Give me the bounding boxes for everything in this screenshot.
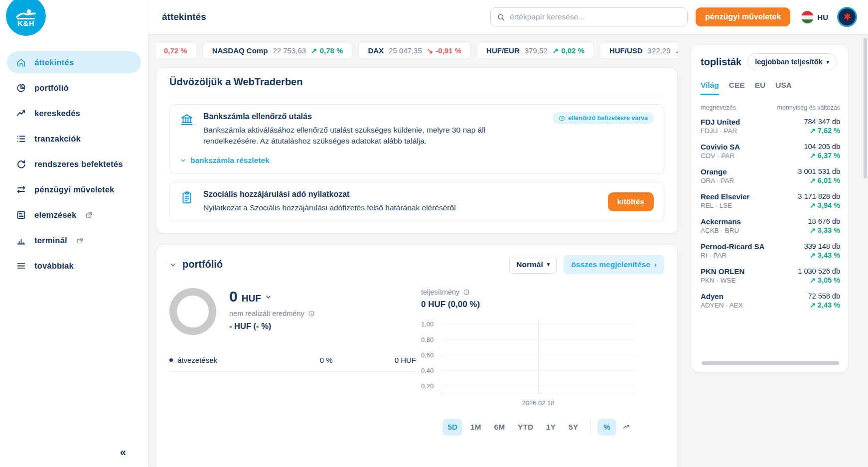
list-icon <box>16 134 26 144</box>
external-link-icon <box>85 211 93 219</box>
kh-logo[interactable]: K&H <box>6 0 46 36</box>
toplist-row[interactable]: Reed Elsevier REL · LSE 3 171 828 db ↗ 3… <box>701 192 840 209</box>
external-link-icon <box>76 237 84 244</box>
fill-out-button[interactable]: kitöltés <box>608 192 654 211</box>
horizontal-scrollbar[interactable] <box>702 361 839 365</box>
kh-logo-figure-icon <box>16 9 36 20</box>
chart-gridline: 1,00 <box>421 316 635 332</box>
main-area: áttekintés pénzügyi műveletek HU 0,72 % … <box>148 0 868 467</box>
toplist-tab-cee[interactable]: CEE <box>729 81 745 95</box>
legend-row-transfers[interactable]: átvezetések 0 % 0 HUF <box>169 356 421 364</box>
chart-grid: 1,00 0,80 0,60 0,40 0,20 <box>421 316 635 394</box>
toplist-filter-dropdown[interactable]: legjobban teljesítők ▾ <box>747 53 837 70</box>
hungary-flag-icon <box>801 11 814 23</box>
avatar[interactable] <box>837 7 857 27</box>
toplist-row[interactable]: Covivio SA COV · PAR 104 205 db ↗ 6,37 % <box>701 143 840 159</box>
sidebar-item-kereskedés[interactable]: kereskedés <box>7 102 141 124</box>
y-axis-tick: 0,40 <box>421 367 441 374</box>
toplist-row[interactable]: FDJ United FDJU · PAR 784 347 db ↗ 7,62 … <box>701 118 840 135</box>
market-ticker-chip[interactable]: HUF/USD 322,29 ↗0,1 % <box>600 42 678 59</box>
bar-chart-icon <box>16 235 26 246</box>
tax-declaration-notice: Szociális hozzájárulási adó nyilatkozat … <box>169 182 664 222</box>
sidebar-item-portfólió[interactable]: portfólió <box>7 77 141 99</box>
trend-arrow-icon: ↗ <box>675 46 678 55</box>
menu-icon <box>16 261 26 271</box>
range-button-5y[interactable]: 5Y <box>564 419 583 436</box>
search-input[interactable] <box>510 12 681 21</box>
sidebar-item-terminál[interactable]: terminál <box>7 229 141 251</box>
notice-title: Szociális hozzájárulási adó nyilatkozat <box>203 190 599 199</box>
view-mode-dropdown[interactable]: Normál ▾ <box>509 256 557 274</box>
range-button-6m[interactable]: 6M <box>489 419 510 436</box>
chart-gridline: 0,40 <box>421 363 635 378</box>
info-icon[interactable] <box>463 289 470 296</box>
chart-gridline: 0,20 <box>421 378 635 394</box>
performance-label: teljesítmény <box>421 288 459 296</box>
range-button-1m[interactable]: 1M <box>465 419 486 436</box>
security-search[interactable] <box>490 7 688 26</box>
trend-arrow-icon: ↗ <box>553 46 559 55</box>
chevron-down-icon <box>265 294 272 300</box>
market-ticker: 0,72 % NASDAQ Comp 22 753,63 ↗0,78 % DAX… <box>156 42 678 59</box>
toplist-tab-világ[interactable]: Világ <box>701 81 719 95</box>
info-icon[interactable] <box>308 310 315 317</box>
range-button-5d[interactable]: 5D <box>442 419 462 436</box>
toplist-row[interactable]: PKN ORLEN PKN · WSE 1 030 526 db ↗ 3,05 … <box>701 267 840 284</box>
total-value-dropdown[interactable]: 0 HUF <box>229 288 315 305</box>
trend-arrow-icon: ↘ <box>427 46 434 55</box>
toplist-row[interactable]: Adyen ADYEN · AEX 72 558 db ↗ 2,43 % <box>701 292 840 309</box>
sidebar-item-továbbiak[interactable]: továbbiak <box>7 255 141 277</box>
trend-arrow-icon: ↗ <box>311 46 317 55</box>
market-ticker-chip[interactable]: DAX 25 047,35 ↘-0,91 % <box>358 42 471 59</box>
notice-title: Bankszámla ellenőrző utalás <box>203 112 544 121</box>
trend-up-arrow-icon: ↗ <box>810 301 816 309</box>
sidebar-item-rendszeres-befektetés[interactable]: rendszeres befektetés <box>7 153 141 175</box>
y-axis-tick: 0,60 <box>421 351 441 359</box>
divider <box>169 371 416 372</box>
search-icon <box>497 13 505 21</box>
language-selector[interactable]: HU <box>801 11 828 23</box>
chart-gridline: 0,80 <box>421 332 635 347</box>
y-axis-tick: 0,80 <box>421 336 441 343</box>
range-button-ytd[interactable]: YTD <box>513 419 538 436</box>
caret-down-icon: ▾ <box>547 261 550 268</box>
bank-icon <box>180 113 195 128</box>
trend-icon <box>16 108 26 119</box>
financial-operations-button[interactable]: pénzügyi műveletek <box>696 7 790 26</box>
chevron-down-icon <box>169 261 176 268</box>
toplist-row[interactable]: Orange ORA · PAR 3 001 531 db ↗ 6,01 % <box>701 167 840 184</box>
portfolio-title: portfólió <box>182 259 223 270</box>
webtrader-app: K&H áttekintés portfólió kereskedés tran… <box>0 0 868 467</box>
welcome-card: Üdvözöljük a WebTraderben Bankszámla ell… <box>156 67 678 234</box>
page-scrollbar[interactable] <box>864 38 867 178</box>
portfolio-section-toggle[interactable]: portfólió <box>169 259 223 270</box>
bank-details-link[interactable]: bankszámla részletek <box>180 156 270 165</box>
allocation-donut-chart <box>169 288 216 335</box>
performance-value: 0 HUF (0,00 %) <box>421 300 635 310</box>
recurring-icon <box>16 159 26 169</box>
toplist-row[interactable]: Ackermans ACKB · BRU 18 676 db ↗ 3,33 % <box>701 217 840 234</box>
market-ticker-chip[interactable]: NASDAQ Comp 22 753,63 ↗0,78 % <box>203 42 353 59</box>
sidebar-item-áttekintés[interactable]: áttekintés <box>7 51 141 73</box>
range-button-1y[interactable]: 1Y <box>541 419 561 436</box>
language-code: HU <box>817 13 828 21</box>
pie-chart-icon <box>16 83 26 93</box>
home-icon <box>16 57 26 68</box>
sidebar-item-elemzések[interactable]: elemzések <box>7 204 141 226</box>
market-ticker-chip[interactable]: HUF/EUR 379,52 ↗0,02 % <box>477 42 594 59</box>
market-ticker-chip[interactable]: 0,72 % <box>156 42 197 59</box>
sidebar-collapse-button[interactable]: « <box>120 446 126 459</box>
toplist-tab-usa[interactable]: USA <box>775 81 792 95</box>
trend-up-arrow-icon: ↗ <box>810 152 816 159</box>
percent-toggle-button[interactable]: % <box>597 419 616 436</box>
topbar: áttekintés pénzügyi műveletek HU <box>148 0 868 34</box>
toplist-row[interactable]: Pernod-Ricard SA RI · PAR 339 148 db ↗ 3… <box>701 242 840 259</box>
transfer-icon <box>16 184 26 195</box>
sidebar-item-tranzakciók[interactable]: tranzakciók <box>7 128 141 150</box>
toplist-tab-eu[interactable]: EU <box>755 81 766 95</box>
page-title: áttekintés <box>162 11 206 22</box>
sidebar-item-pénzügyi-műveletek[interactable]: pénzügyi műveletek <box>7 178 141 200</box>
show-all-button[interactable]: összes megjelenítése › <box>564 255 664 274</box>
notice-body: Bankszámla aktiválásához ellenőrző utalá… <box>203 125 512 147</box>
line-chart-toggle-button[interactable] <box>619 420 634 434</box>
